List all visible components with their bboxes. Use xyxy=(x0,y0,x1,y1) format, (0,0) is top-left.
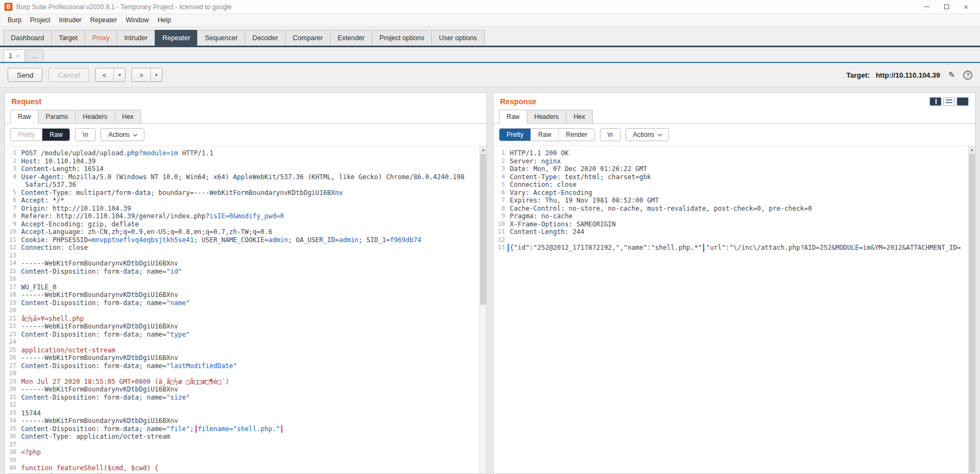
line-text xyxy=(510,236,968,244)
request-scrollbar[interactable]: ▲ xyxy=(479,146,486,473)
response-scrollbar[interactable]: ▲ xyxy=(968,146,975,473)
close-tab-icon[interactable]: × xyxy=(16,53,20,59)
code-line: 12Connection: close xyxy=(5,244,479,252)
code-line: 3Date: Mon, 07 Dec 2020 01:26:22 GMT xyxy=(494,165,968,173)
response-editor[interactable]: 1HTTP/1.1 200 OK2Server: nginx3Date: Mon… xyxy=(494,146,975,473)
resp-view-render[interactable]: Render xyxy=(559,129,594,141)
req-tab-params[interactable]: Params xyxy=(38,110,75,123)
scrollbar-thumb[interactable] xyxy=(480,154,486,305)
line-text: Date: Mon, 07 Dec 2020 01:26:22 GMT xyxy=(510,165,968,173)
code-segment: ; xyxy=(190,425,198,433)
code-line: 18------WebKitFormBoundarynvKDtbDgiU16BX… xyxy=(5,291,479,299)
actions-button[interactable]: Actions xyxy=(625,128,669,141)
help-icon[interactable]: ? xyxy=(963,71,972,80)
actions-button[interactable]: Actions xyxy=(100,128,144,141)
line-text: ------WebKitFormBoundarynvKDtbDgiU16BXnv xyxy=(21,354,479,362)
code-segment: <?php xyxy=(21,448,41,456)
line-text: Content-Length: 244 xyxy=(510,228,968,236)
menu-project[interactable]: Project xyxy=(26,15,54,25)
line-text xyxy=(21,307,479,315)
scroll-up-icon[interactable]: ▲ xyxy=(969,146,975,154)
line-text: Accept-Encoding: gzip, deflate xyxy=(21,220,479,229)
close-button[interactable]: × xyxy=(956,1,976,14)
code-segment: Content-Length: 16514 xyxy=(21,165,104,173)
line-text xyxy=(21,370,479,378)
tab-decoder[interactable]: Decoder xyxy=(245,30,286,46)
req-view-raw[interactable]: Raw xyxy=(42,129,69,141)
minimize-icon xyxy=(924,7,930,7)
line-number: 11 xyxy=(494,228,510,236)
tab-proxy[interactable]: Proxy xyxy=(85,30,117,46)
code-segment: "name" xyxy=(166,299,189,307)
layout-stacked-icon[interactable] xyxy=(943,97,955,106)
code-segment: Vary: Accept-Encoding xyxy=(510,189,592,197)
tab-extender[interactable]: Extender xyxy=(330,30,372,46)
req-tab-raw[interactable]: Raw xyxy=(10,110,39,124)
send-button[interactable]: Send xyxy=(8,68,42,82)
code-segment: Content-Length: 244 xyxy=(510,228,584,236)
resp-tab-hex[interactable]: Hex xyxy=(566,110,592,123)
line-number: 10 xyxy=(5,228,21,236)
request-panel-head: Request xyxy=(5,93,486,109)
line-text: Content-Type: multipart/form-data; bound… xyxy=(21,189,479,197)
code-line: 38<?php xyxy=(5,448,479,457)
req-view-pretty[interactable]: Pretty xyxy=(11,129,42,141)
line-text: ------WebKitFormBoundarynvKDtbDgiU16BXnv xyxy=(21,291,479,299)
scroll-up-icon[interactable]: ▲ xyxy=(480,146,486,154)
code-line: 22------WebKitFormBoundarynvKDtbDgiU16BX… xyxy=(5,323,479,331)
tab-sequencer[interactable]: Sequencer xyxy=(197,30,245,46)
repeater-tab-1[interactable]: 1 × xyxy=(3,49,25,62)
layout-single-icon[interactable] xyxy=(957,97,969,106)
req-tab-hex[interactable]: Hex xyxy=(115,110,141,123)
line-text: Pragma: no-cache xyxy=(510,212,968,220)
line-number: 16 xyxy=(5,275,21,283)
resp-view-pretty[interactable]: Pretty xyxy=(500,129,531,141)
code-segment: 15744 xyxy=(21,409,41,417)
tab-user-options[interactable]: User options xyxy=(431,30,484,46)
menu-intruder[interactable]: Intruder xyxy=(55,15,86,25)
code-segment: Host: 10.110.104.39 xyxy=(21,157,96,165)
tab-repeater[interactable]: Repeater xyxy=(155,30,198,46)
target-label: Target: xyxy=(846,71,870,79)
menu-repeater[interactable]: Repeater xyxy=(86,15,121,25)
history-forward-button[interactable]: > xyxy=(132,68,151,81)
menu-help[interactable]: Help xyxy=(153,15,175,25)
history-back-button[interactable]: < xyxy=(96,68,115,81)
newline-toggle-button[interactable]: \n xyxy=(600,128,621,141)
cancel-button[interactable]: Cancel xyxy=(48,68,88,82)
scrollbar-thumb[interactable] xyxy=(969,154,975,472)
layout-side-by-side-icon[interactable] xyxy=(930,97,941,106)
chevron-down-icon[interactable]: ▾ xyxy=(151,68,162,81)
tab-intruder[interactable]: Intruder xyxy=(117,30,155,46)
code-segment: ------WebKitFormBoundarynvKDtbDgiU16BXnv xyxy=(21,323,178,330)
tab-project-options[interactable]: Project options xyxy=(372,30,432,46)
minimize-button[interactable] xyxy=(917,1,937,14)
line-number: 2 xyxy=(5,157,21,166)
menu-window[interactable]: Window xyxy=(121,15,153,25)
tab-dashboard[interactable]: Dashboard xyxy=(3,30,52,46)
restore-button[interactable] xyxy=(937,1,956,14)
line-number: 15 xyxy=(5,268,21,276)
newline-toggle-button[interactable]: \n xyxy=(75,128,96,141)
resp-view-raw[interactable]: Raw xyxy=(531,129,559,141)
code-segment: Content-Type: multipart/form-data; bound… xyxy=(21,189,343,197)
req-tab-headers[interactable]: Headers xyxy=(75,110,115,123)
menu-burp[interactable]: Burp xyxy=(3,15,26,25)
line-text: Connection: close xyxy=(510,181,968,189)
line-text: {"id":"252@2012_1717872192,","name":"she… xyxy=(510,244,968,252)
chevron-down-icon[interactable]: ▾ xyxy=(114,68,125,81)
code-segment: ; USER_NAME_COOKIE= xyxy=(194,236,268,244)
resp-tab-headers[interactable]: Headers xyxy=(527,110,566,123)
tab-comparer[interactable]: Comparer xyxy=(285,30,331,46)
code-line: 8Cache-Control: no-store, no-cache, must… xyxy=(494,205,968,213)
more-tabs-button[interactable]: ... xyxy=(26,49,43,62)
line-text: POST /module/upload/upload.php?module=im… xyxy=(21,149,479,157)
response-tab-bar: RawHeadersHex xyxy=(494,109,975,124)
line-text: Connection: close xyxy=(21,244,479,252)
request-editor[interactable]: 1POST /module/upload/upload.php?module=i… xyxy=(5,146,486,473)
tab-target[interactable]: Target xyxy=(51,30,85,46)
line-text: ------WebKitFormBoundarynvKDtbDgiU16BXnv xyxy=(21,260,479,268)
edit-target-icon[interactable]: ✎ xyxy=(948,70,955,80)
repeater-tab-bar: 1 × ... xyxy=(0,47,980,63)
resp-tab-raw[interactable]: Raw xyxy=(499,110,527,124)
